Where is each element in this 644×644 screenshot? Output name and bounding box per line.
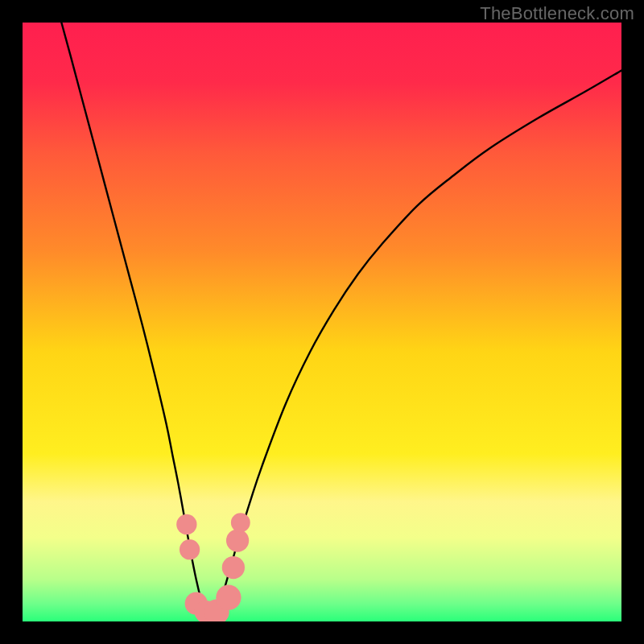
marker-left-mid <box>180 539 200 559</box>
chart-plot-area <box>23 23 621 621</box>
chart-frame: TheBottleneck.com <box>0 0 644 644</box>
marker-right-upper <box>226 529 249 551</box>
gradient-background <box>23 23 621 621</box>
watermark-text: TheBottleneck.com <box>480 3 634 24</box>
chart-svg <box>23 23 621 621</box>
marker-floor-4 <box>216 585 241 610</box>
marker-right-top <box>231 513 250 532</box>
marker-right-lower <box>222 556 245 579</box>
marker-left-upper <box>176 514 196 535</box>
